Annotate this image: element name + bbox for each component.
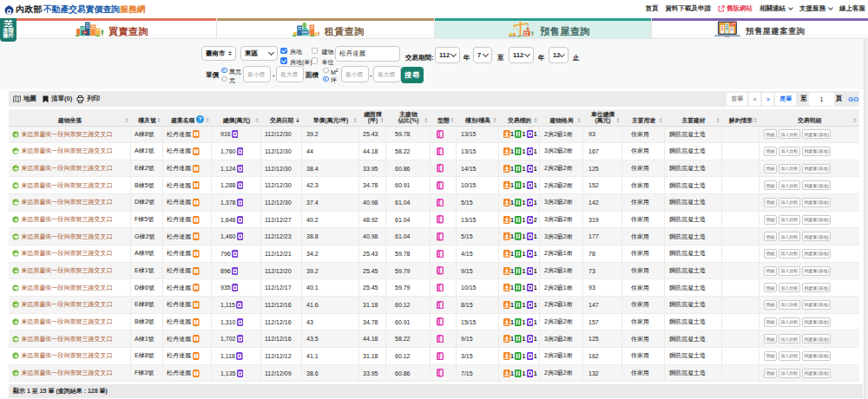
expand-row-icon[interactable] xyxy=(12,250,19,257)
year-to-select[interactable]: 112 xyxy=(509,47,534,63)
parking-included-icon[interactable] xyxy=(237,199,244,206)
column-header-1[interactable]: 樓及號 xyxy=(131,109,163,126)
same-project-button[interactable]: 同建案(基地) xyxy=(802,198,831,207)
parking-included-icon[interactable] xyxy=(237,147,244,155)
add-compare-button[interactable]: 加入比較 xyxy=(779,249,800,258)
add-compare-button[interactable]: 加入比較 xyxy=(779,300,800,310)
detail-button[interactable]: 明細 xyxy=(764,334,777,343)
column-header-9[interactable]: 樓別/樓高 xyxy=(457,109,499,126)
column-header-12[interactable]: 車位總價(萬元) xyxy=(583,109,622,126)
detail-button[interactable]: 明細 xyxy=(764,283,777,292)
address-link[interactable]: 東區崇慶街一段與崇賢三路交叉口 xyxy=(22,300,113,309)
radio-yuan[interactable] xyxy=(221,76,227,82)
building-type-icon[interactable] xyxy=(437,147,444,156)
expand-row-icon[interactable] xyxy=(12,199,19,206)
parking-included-icon[interactable] xyxy=(237,335,244,343)
help-icon[interactable]: ? xyxy=(196,115,204,123)
city-select[interactable]: 臺南市 xyxy=(201,46,236,61)
advanced-conditions-tab[interactable]: 進階條件 xyxy=(0,18,16,42)
tab-預售屋查詢[interactable]: 預售屋查詢 xyxy=(435,18,652,38)
detail-button[interactable]: 明細 xyxy=(764,215,777,225)
same-project-button[interactable]: 同建案(基地) xyxy=(802,300,831,310)
area-min-input[interactable]: 最小值 xyxy=(341,66,369,82)
expand-row-icon[interactable] xyxy=(12,216,19,223)
month-to-select[interactable]: 12 xyxy=(549,47,569,63)
district-select[interactable]: 東區 xyxy=(240,46,278,61)
radio-wan-yuan[interactable] xyxy=(221,68,227,74)
nav-item-0[interactable]: 首頁 xyxy=(646,4,659,13)
tab-租賃查詢[interactable]: 租賃查詢 xyxy=(217,18,434,38)
address-link[interactable]: 東區崇慶街一段與崇賢三路交叉口 xyxy=(22,249,113,258)
nav-item-1[interactable]: 資料下載及申請 xyxy=(666,4,712,13)
same-project-button[interactable]: 同建案(基地) xyxy=(802,129,831,139)
unit-price-min-input[interactable]: 最小值 xyxy=(243,66,271,82)
detail-button[interactable]: 明細 xyxy=(764,351,777,361)
column-header-5[interactable]: 單價(萬元/坪) xyxy=(302,109,359,126)
add-compare-button[interactable]: 加入比較 xyxy=(779,283,800,292)
go-button[interactable]: GO xyxy=(848,95,858,103)
column-header-14[interactable]: 主要建材 xyxy=(665,109,722,126)
nav-item-5[interactable]: 線上客服 xyxy=(839,4,865,13)
tab-買賣查詢[interactable]: 買賣查詢 xyxy=(0,18,217,38)
same-project-button[interactable]: 同建案(基地) xyxy=(802,334,831,343)
add-compare-button[interactable]: 加入比較 xyxy=(779,317,800,327)
parking-included-icon[interactable] xyxy=(237,370,244,377)
checkbox-building[interactable] xyxy=(312,48,319,55)
same-project-button[interactable]: 同建案(基地) xyxy=(802,232,831,241)
radio-m2[interactable] xyxy=(323,68,329,74)
column-header-11[interactable]: 建物格局 xyxy=(540,109,583,126)
column-header-16[interactable]: 交易明細 xyxy=(760,109,859,126)
project-book-icon[interactable] xyxy=(193,147,200,155)
parking-included-icon[interactable] xyxy=(237,216,244,224)
expand-row-icon[interactable] xyxy=(12,233,19,240)
year-from-select[interactable]: 112 xyxy=(435,47,460,63)
expand-row-icon[interactable] xyxy=(12,318,19,325)
unit-price-max-input[interactable]: 最大值 xyxy=(276,66,304,82)
same-project-button[interactable]: 同建案(基地) xyxy=(802,369,831,378)
add-compare-button[interactable]: 加入比較 xyxy=(779,369,800,378)
expand-row-icon[interactable] xyxy=(12,267,19,274)
address-link[interactable]: 東區崇慶街一段與崇賢三路交叉口 xyxy=(22,198,113,206)
building-type-icon[interactable] xyxy=(437,199,444,207)
parking-included-icon[interactable] xyxy=(232,284,239,291)
nav-item-3[interactable]: 相關連結 xyxy=(760,4,792,13)
column-header-7[interactable]: 主建物佔比(%) xyxy=(386,109,431,126)
column-header-4[interactable]: 交易日期 xyxy=(261,109,302,126)
same-project-button[interactable]: 同建案(基地) xyxy=(802,147,831,156)
nav-item-4[interactable]: 支援服務 xyxy=(799,4,832,13)
expand-row-icon[interactable] xyxy=(12,370,19,376)
expand-row-icon[interactable] xyxy=(12,131,19,138)
checkbox-house-land-car[interactable] xyxy=(280,57,287,64)
column-header-8[interactable]: 型態 xyxy=(431,109,457,126)
address-link[interactable]: 東區崇慶街一段與崇賢三路交叉口 xyxy=(22,351,113,360)
month-from-select[interactable]: 7 xyxy=(473,47,492,63)
project-book-icon[interactable] xyxy=(193,216,200,224)
building-type-icon[interactable] xyxy=(437,181,444,190)
same-project-button[interactable]: 同建案(基地) xyxy=(802,249,831,258)
add-compare-button[interactable]: 加入比較 xyxy=(779,266,800,276)
detail-button[interactable]: 明細 xyxy=(764,232,777,241)
detail-button[interactable]: 明細 xyxy=(764,147,777,156)
building-type-icon[interactable] xyxy=(437,317,444,326)
parking-included-icon[interactable] xyxy=(237,318,244,326)
nav-item-2[interactable]: 舊版網站 xyxy=(718,4,753,13)
same-project-button[interactable]: 同建案(基地) xyxy=(802,351,831,361)
parking-included-icon[interactable] xyxy=(237,165,244,173)
column-header-10[interactable]: 交易標的 xyxy=(499,109,540,126)
add-compare-button[interactable]: 加入比較 xyxy=(779,232,800,241)
detail-button[interactable]: 明細 xyxy=(764,317,777,327)
project-book-icon[interactable] xyxy=(193,199,200,206)
address-link[interactable]: 東區崇慶街一段與崇賢三路交叉口 xyxy=(22,130,113,139)
building-type-icon[interactable] xyxy=(437,250,444,258)
project-book-icon[interactable] xyxy=(193,130,200,138)
address-link[interactable]: 東區崇慶街一段與崇賢三路交叉口 xyxy=(22,215,113,224)
add-compare-button[interactable]: 加入比較 xyxy=(779,198,800,207)
prev-page-button[interactable]: < xyxy=(749,93,760,106)
building-type-icon[interactable] xyxy=(437,232,444,241)
building-type-icon[interactable] xyxy=(437,164,444,173)
building-type-icon[interactable] xyxy=(437,335,444,343)
address-link[interactable]: 東區崇慶街一段與崇賢三路交叉口 xyxy=(22,369,113,377)
address-link[interactable]: 東區崇慶街一段與崇賢三路交叉口 xyxy=(22,232,113,241)
next-page-button[interactable]: > xyxy=(762,93,773,106)
project-book-icon[interactable] xyxy=(193,232,200,240)
